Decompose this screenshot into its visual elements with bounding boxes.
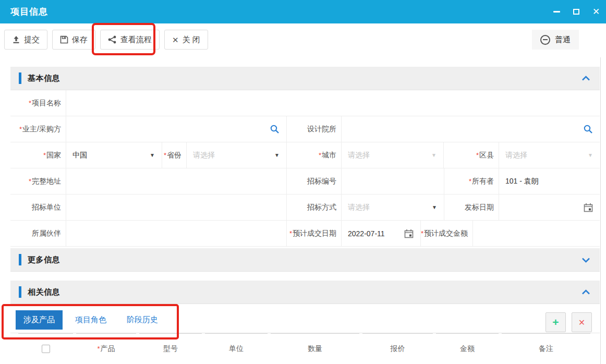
calendar-icon[interactable] — [404, 229, 414, 238]
expected-amount-input[interactable] — [473, 221, 600, 246]
required-mark: * — [476, 151, 479, 159]
required-mark: * — [29, 177, 31, 185]
expand-more-button[interactable] — [581, 257, 590, 263]
toolbar: 提交 保存 查看流程 ✕ 关 闭 普通 — [0, 23, 606, 56]
required-mark: * — [469, 177, 471, 185]
maximize-button[interactable] — [573, 8, 580, 16]
bid-release-date-picker[interactable] — [499, 195, 600, 220]
products-table-header: *产品 型号 单位 数量 报价 金额 备注 — [10, 333, 600, 363]
chevron-down-icon — [581, 257, 590, 263]
section-accent-bar — [19, 286, 21, 298]
row-location: *国家 中国 *省份 请选择 *城市 请选择 *区县 请选择 — [10, 142, 600, 168]
tabs: 涉及产品 项目角色 阶段历史 — [16, 310, 166, 330]
search-icon[interactable] — [270, 124, 280, 134]
save-icon — [60, 35, 68, 44]
expected-close-date-picker[interactable]: 2022-07-11 — [342, 221, 421, 246]
view-process-button[interactable]: 查看流程 — [100, 30, 160, 50]
city-label: *城市 — [287, 142, 342, 168]
owner-buyer-lookup[interactable] — [66, 116, 287, 142]
window-title: 项目信息 — [10, 6, 48, 18]
required-mark: * — [319, 151, 321, 159]
bid-release-date-label: 发标日期 — [444, 195, 499, 220]
col-model: 型号 — [139, 333, 202, 363]
upload-icon — [12, 35, 20, 44]
bid-number-input[interactable] — [342, 168, 444, 194]
required-mark: * — [43, 151, 46, 159]
priority-label: 普通 — [555, 35, 571, 45]
required-mark: * — [289, 229, 292, 237]
province-select[interactable]: 请选择 — [187, 142, 287, 168]
required-mark: * — [97, 345, 100, 353]
window-titlebar: 项目信息 ✕ — [0, 0, 606, 23]
select-all-cell — [18, 333, 73, 363]
grid-actions — [546, 312, 592, 332]
close-form-button[interactable]: ✕ 关 闭 — [164, 30, 208, 50]
owner-label: *所有者 — [444, 168, 499, 194]
save-button[interactable]: 保存 — [52, 30, 95, 50]
owner-value[interactable]: 101 - 袁朗 — [499, 168, 600, 194]
district-select[interactable]: 请选择 — [499, 142, 600, 168]
country-select[interactable]: 中国 — [66, 142, 162, 168]
select-all-checkbox[interactable] — [42, 345, 50, 353]
window-controls: ✕ — [553, 8, 601, 16]
related-info-tabbar: 涉及产品 项目角色 阶段历史 — [10, 304, 600, 333]
collapse-basic-button[interactable] — [581, 76, 590, 81]
tab-stage-history[interactable]: 阶段历史 — [119, 310, 166, 330]
scrollbar-track[interactable] — [600, 57, 606, 364]
section-accent-bar — [19, 72, 21, 84]
required-mark: * — [19, 125, 22, 133]
full-address-label: *完整地址 — [10, 168, 66, 194]
view-process-label: 查看流程 — [120, 35, 152, 45]
save-label: 保存 — [72, 35, 88, 45]
chevron-up-icon — [581, 289, 590, 295]
priority-button[interactable]: 普通 — [532, 30, 579, 50]
delete-row-button[interactable] — [572, 312, 592, 332]
section-accent-bar — [19, 254, 21, 265]
x-icon: ✕ — [172, 36, 179, 44]
required-mark: * — [164, 151, 166, 159]
col-amount: 金额 — [436, 333, 499, 363]
city-select[interactable]: 请选择 — [342, 142, 444, 168]
full-address-input[interactable] — [66, 168, 287, 194]
col-quote: 报价 — [362, 333, 433, 363]
project-form: 基本信息 *项目名称 *业主/采购方 设计院所 *国家 中国 *省份 请选择 *… — [10, 67, 600, 363]
section-more-title: 更多信息 — [28, 255, 60, 265]
minimize-button[interactable] — [553, 8, 560, 16]
minus-circle-icon — [540, 35, 550, 45]
row-address: *完整地址 招标编号 *所有者 101 - 袁朗 — [10, 168, 600, 195]
bid-unit-input[interactable] — [66, 195, 287, 220]
section-related-info: 相关信息 — [10, 281, 600, 304]
close-window-button[interactable]: ✕ — [592, 8, 600, 16]
project-name-input[interactable] — [66, 90, 600, 116]
close-icon: ✕ — [592, 7, 600, 16]
chevron-up-icon — [581, 76, 590, 81]
col-unit: 单位 — [205, 333, 268, 363]
col-remark: 备注 — [502, 333, 590, 363]
tab-project-roles[interactable]: 项目角色 — [67, 310, 114, 330]
country-label: *国家 — [10, 142, 66, 168]
bid-method-select[interactable]: 请选择 — [342, 195, 444, 220]
minimize-icon — [553, 11, 560, 13]
design-institute-lookup[interactable] — [342, 116, 600, 142]
collapse-related-button[interactable] — [581, 289, 590, 295]
submit-button[interactable]: 提交 — [4, 30, 47, 50]
project-name-label: *项目名称 — [10, 90, 66, 116]
col-quantity: 数量 — [271, 333, 359, 363]
expected-amount-label: *预计成交金额 — [421, 221, 473, 246]
calendar-icon[interactable] — [584, 203, 593, 212]
owner-buyer-label: *业主/采购方 — [10, 116, 66, 142]
partner-input[interactable] — [66, 221, 287, 246]
partner-label: 所属伙伴 — [10, 221, 66, 246]
share-icon — [108, 35, 117, 44]
design-institute-label: 设计院所 — [287, 116, 342, 142]
row-owner-design: *业主/采购方 设计院所 — [10, 116, 600, 142]
expected-close-date-label: *预计成交日期 — [287, 221, 342, 246]
row-bidding: 招标单位 招标方式 请选择 发标日期 — [10, 195, 600, 221]
tab-involved-products[interactable]: 涉及产品 — [16, 310, 63, 330]
search-icon[interactable] — [583, 124, 593, 134]
add-row-button[interactable] — [546, 312, 566, 332]
bid-method-label: 招标方式 — [287, 195, 342, 220]
section-related-title: 相关信息 — [28, 287, 60, 297]
submit-label: 提交 — [24, 35, 40, 45]
required-mark: * — [421, 229, 423, 237]
